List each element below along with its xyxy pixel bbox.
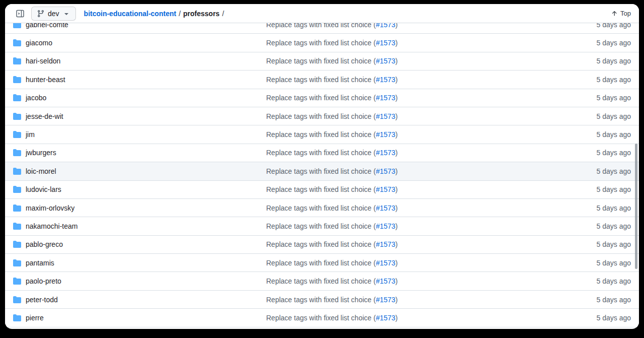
commit-message-text: Replace tags with fixed list choice (: [266, 314, 376, 322]
commit-issue-link[interactable]: #1573: [376, 204, 395, 212]
commit-message-cell[interactable]: Replace tags with fixed list choice (#15…: [266, 204, 597, 212]
commit-age: 5 days ago: [597, 76, 631, 84]
folder-name-link[interactable]: jim: [26, 130, 35, 139]
commit-message-suffix: ): [395, 314, 398, 322]
folder-name-link[interactable]: maxim-orlovsky: [26, 204, 74, 212]
folder-icon: [13, 149, 21, 157]
commit-issue-link[interactable]: #1573: [376, 76, 395, 84]
file-name-cell: pantamis: [13, 259, 266, 267]
folder-icon: [13, 167, 21, 175]
commit-message-cell[interactable]: Replace tags with fixed list choice (#15…: [266, 296, 597, 304]
commit-age: 5 days ago: [597, 296, 631, 304]
folder-name-link[interactable]: giacomo: [26, 39, 52, 47]
commit-message-text: Replace tags with fixed list choice (: [266, 112, 376, 120]
file-name-cell: nakamochi-team: [13, 222, 266, 230]
commit-message-cell[interactable]: Replace tags with fixed list choice (#15…: [266, 39, 597, 47]
file-name-cell: jacobo: [13, 94, 266, 102]
commit-message-text: Replace tags with fixed list choice (: [266, 277, 376, 285]
commit-issue-link[interactable]: #1573: [376, 112, 395, 120]
table-row: peter-todd Replace tags with fixed list …: [5, 291, 639, 309]
commit-message-suffix: ): [395, 130, 398, 139]
folder-name-link[interactable]: hunter-beast: [26, 76, 65, 84]
arrow-up-icon: [611, 10, 618, 17]
folder-icon: [13, 185, 21, 193]
commit-age: 5 days ago: [597, 240, 631, 248]
table-row: loic-morel Replace tags with fixed list …: [5, 162, 639, 180]
commit-message-suffix: ): [395, 204, 398, 212]
commit-issue-link[interactable]: #1573: [376, 149, 395, 157]
folder-icon: [13, 296, 21, 304]
folder-name-link[interactable]: jwburgers: [26, 149, 56, 157]
commit-issue-link[interactable]: #1573: [376, 314, 395, 322]
file-name-cell: jwburgers: [13, 149, 266, 157]
commit-issue-link[interactable]: #1573: [376, 130, 395, 139]
commit-message-cell[interactable]: Replace tags with fixed list choice (#15…: [266, 130, 597, 139]
commit-message-cell[interactable]: Replace tags with fixed list choice (#15…: [266, 57, 597, 65]
commit-message-cell[interactable]: Replace tags with fixed list choice (#15…: [266, 259, 597, 267]
commit-message-cell[interactable]: Replace tags with fixed list choice (#15…: [266, 185, 597, 193]
commit-message-cell[interactable]: Replace tags with fixed list choice (#15…: [266, 277, 597, 285]
breadcrumb-separator: /: [179, 10, 181, 18]
table-row: jacobo Replace tags with fixed list choi…: [5, 89, 639, 107]
commit-message-cell[interactable]: Replace tags with fixed list choice (#15…: [266, 222, 597, 230]
commit-issue-link[interactable]: #1573: [376, 39, 395, 47]
commit-message-cell[interactable]: Replace tags with fixed list choice (#15…: [266, 149, 597, 157]
breadcrumb: bitcoin-educational-content / professors…: [84, 10, 227, 18]
folder-name-link[interactable]: peter-todd: [26, 296, 58, 304]
commit-message-cell[interactable]: Replace tags with fixed list choice (#15…: [266, 240, 597, 248]
commit-age: 5 days ago: [597, 130, 631, 139]
commit-issue-link[interactable]: #1573: [376, 259, 395, 267]
folder-name-link[interactable]: ludovic-lars: [26, 185, 61, 193]
commit-message-cell[interactable]: Replace tags with fixed list choice (#15…: [266, 167, 597, 175]
sidebar-expand-button[interactable]: [13, 7, 27, 21]
file-name-cell: hunter-beast: [13, 76, 266, 84]
file-name-cell: pierre: [13, 314, 266, 322]
folder-icon: [13, 259, 21, 267]
commit-message-suffix: ): [395, 76, 398, 84]
commit-message-cell[interactable]: Replace tags with fixed list choice (#15…: [266, 76, 597, 84]
breadcrumb-repo-link[interactable]: bitcoin-educational-content: [84, 10, 177, 18]
table-row: pablo-greco Replace tags with fixed list…: [5, 236, 639, 254]
commit-issue-link[interactable]: #1573: [376, 94, 395, 102]
folder-icon: [13, 240, 21, 248]
commit-age: 5 days ago: [597, 204, 631, 212]
folder-name-link[interactable]: loic-morel: [26, 167, 56, 175]
commit-message-cell[interactable]: Replace tags with fixed list choice (#15…: [266, 112, 597, 120]
commit-message-text: Replace tags with fixed list choice (: [266, 222, 376, 230]
commit-issue-link[interactable]: #1573: [376, 185, 395, 193]
folder-name-link[interactable]: pantamis: [26, 259, 54, 267]
commit-issue-link[interactable]: #1573: [376, 240, 395, 248]
folder-name-link[interactable]: hari-seldon: [26, 57, 60, 65]
folder-name-link[interactable]: pierre: [26, 314, 44, 322]
commit-message-text: Replace tags with fixed list choice (: [266, 76, 376, 84]
commit-issue-link[interactable]: #1573: [376, 57, 395, 65]
folder-name-link[interactable]: paolo-preto: [26, 277, 61, 285]
folder-name-link[interactable]: jacobo: [26, 94, 46, 102]
file-rows: gabriel-comte Replace tags with fixed li…: [5, 16, 639, 327]
commit-issue-link[interactable]: #1573: [376, 222, 395, 230]
table-row: jwburgers Replace tags with fixed list c…: [5, 144, 639, 162]
commit-issue-link[interactable]: #1573: [376, 296, 395, 304]
commit-age: 5 days ago: [597, 94, 631, 102]
table-row: giacomo Replace tags with fixed list cho…: [5, 34, 639, 52]
repo-file-browser-page: gabriel-comte Replace tags with fixed li…: [5, 4, 639, 329]
folder-name-link[interactable]: jesse-de-wit: [26, 112, 63, 120]
commit-age: 5 days ago: [597, 39, 631, 47]
table-row: jesse-de-wit Replace tags with fixed lis…: [5, 107, 639, 125]
folder-name-link[interactable]: pablo-greco: [26, 240, 63, 248]
folder-name-link[interactable]: nakamochi-team: [26, 222, 78, 230]
commit-issue-link[interactable]: #1573: [376, 277, 395, 285]
commit-message-text: Replace tags with fixed list choice (: [266, 240, 376, 248]
file-name-cell: hari-seldon: [13, 57, 266, 65]
commit-message-cell[interactable]: Replace tags with fixed list choice (#15…: [266, 314, 597, 322]
commit-message-text: Replace tags with fixed list choice (: [266, 204, 376, 212]
back-to-top-button[interactable]: Top: [611, 10, 631, 17]
commit-issue-link[interactable]: #1573: [376, 167, 395, 175]
file-name-cell: paolo-preto: [13, 277, 266, 285]
commit-message-text: Replace tags with fixed list choice (: [266, 149, 376, 157]
commit-message-cell[interactable]: Replace tags with fixed list choice (#15…: [266, 94, 597, 102]
branch-selector-button[interactable]: dev: [31, 7, 76, 21]
commit-message-suffix: ): [395, 185, 398, 193]
commit-message-suffix: ): [395, 222, 398, 230]
vertical-scrollbar-thumb[interactable]: [635, 144, 637, 269]
